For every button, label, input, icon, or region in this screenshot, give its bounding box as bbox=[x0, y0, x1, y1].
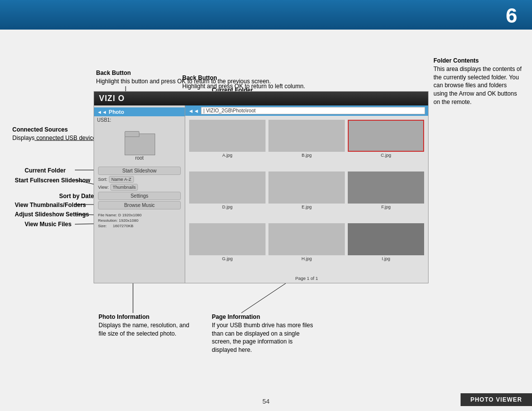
view-music-annotation: View Music Files bbox=[25, 220, 71, 229]
thumb-img-d bbox=[189, 171, 266, 204]
sort-label: Sort: bbox=[98, 177, 107, 182]
thumb-img-b bbox=[268, 120, 345, 152]
start-slideshow-btn[interactable]: Start Slideshow bbox=[98, 167, 181, 175]
svg-line-11 bbox=[241, 283, 286, 313]
folder-contents-title: Folder Contents bbox=[433, 57, 479, 64]
file-resolution: Resolution: 1920x1080 bbox=[98, 218, 138, 223]
thumb-item-e: E.jpg bbox=[268, 171, 345, 220]
top-bar: 6 bbox=[0, 0, 532, 30]
thumb-item-a: A.jpg bbox=[189, 120, 266, 169]
back-btn-right-title: Back Button bbox=[182, 74, 217, 81]
settings-btn[interactable]: Settings bbox=[98, 192, 181, 200]
view-value[interactable]: Thumbnails bbox=[110, 184, 138, 191]
back-btn-left-title: Back Button bbox=[96, 69, 131, 76]
thumb-item-b: B.jpg bbox=[268, 120, 345, 169]
file-size-value: 1607270KB bbox=[113, 224, 133, 228]
adjust-slideshow-title: Adjust Slideshow Settings bbox=[15, 211, 89, 218]
thumb-img-a bbox=[189, 120, 266, 152]
browse-music-btn[interactable]: Browse Music bbox=[98, 201, 181, 209]
thumb-label-g: G.jpg bbox=[222, 256, 233, 261]
thumb-img-c bbox=[348, 120, 424, 152]
folder-path: | VIZIO_2GB\Photo\root bbox=[201, 107, 425, 114]
adjust-slideshow-annotation: Adjust Slideshow Settings bbox=[15, 210, 89, 219]
thumb-label-i: I.jpg bbox=[382, 256, 390, 261]
folder-contents-annotation: Folder Contents This area displays the c… bbox=[433, 57, 522, 106]
thumb-label-h: H.jpg bbox=[301, 256, 312, 261]
thumb-img-i bbox=[348, 223, 424, 255]
thumb-label-d: D.jpg bbox=[222, 205, 233, 209]
left-panel: ◄◄ Photo USB1: root Start Slideshow Sort… bbox=[94, 105, 185, 283]
thumb-item-g: G.jpg bbox=[189, 223, 266, 272]
thumb-label-a: A.jpg bbox=[222, 153, 233, 158]
thumb-item-c: C.jpg bbox=[348, 120, 424, 169]
thumb-label-e: E.jpg bbox=[301, 205, 312, 209]
view-music-title: View Music Files bbox=[25, 221, 71, 228]
thumb-img-f bbox=[348, 171, 424, 204]
right-back-arrow-icon: ◄◄ bbox=[188, 108, 199, 114]
left-panel-header: ◄◄ Photo bbox=[94, 107, 185, 116]
thumb-item-d: D.jpg bbox=[189, 171, 266, 220]
right-panel-header: ◄◄ | VIZIO_2GB\Photo\root bbox=[185, 105, 428, 116]
file-name: File Name: D 1920x1080 bbox=[98, 213, 142, 217]
file-size-label: Size: bbox=[98, 224, 107, 228]
photo-info-annotation: Photo Information Displays the name, res… bbox=[99, 313, 190, 338]
thumb-img-e bbox=[268, 171, 345, 204]
file-info: File Name: D 1920x1080 Resolution: 1920x… bbox=[94, 210, 185, 231]
left-panel-title: Photo bbox=[109, 109, 124, 115]
view-label: View: bbox=[98, 185, 109, 190]
page-info-annotation: Page Information If your USB thumb drive… bbox=[212, 313, 315, 354]
page-info-text: Page 1 of 1 bbox=[185, 276, 428, 283]
back-arrow-icon: ◄◄ bbox=[97, 109, 107, 115]
page-number-bottom: 54 bbox=[263, 398, 269, 405]
thumb-label-c: C.jpg bbox=[381, 153, 391, 158]
current-folder-left-annotation: Current Folder bbox=[25, 167, 66, 175]
start-fullscreen-title: Start Fullscreen Slideshow bbox=[15, 177, 90, 184]
thumb-item-i: I.jpg bbox=[348, 223, 424, 272]
connected-sources-title: Connected Sources bbox=[12, 126, 68, 133]
photo-viewer-label: PHOTO VIEWER bbox=[461, 393, 532, 406]
thumb-label-b: B.jpg bbox=[301, 153, 312, 158]
thumb-img-h bbox=[268, 223, 345, 255]
folder-label: root bbox=[135, 155, 143, 161]
thumb-img-g bbox=[189, 223, 266, 255]
usb-label: USB1: bbox=[94, 116, 185, 124]
page-info-title: Page Information bbox=[212, 313, 260, 320]
view-thumbnails-title: View Thumbnails/Folders bbox=[15, 202, 86, 208]
sort-row: Sort: Name A-Z bbox=[98, 176, 181, 183]
view-thumbnails-annotation: View Thumbnails/Folders bbox=[15, 201, 86, 209]
mockup-titlebar: VIZI O bbox=[94, 92, 428, 105]
connected-sources-annotation: Connected Sources Displays connected USB… bbox=[12, 126, 100, 142]
start-fullscreen-annotation: Start Fullscreen Slideshow bbox=[15, 176, 90, 185]
thumb-item-h: H.jpg bbox=[268, 223, 345, 272]
thumb-item-f: F.jpg bbox=[348, 171, 424, 220]
page-info-desc: If your USB thumb drive has more files t… bbox=[212, 322, 313, 353]
folder-item: root bbox=[98, 126, 181, 165]
right-panel: ◄◄ | VIZIO_2GB\Photo\root A.jpg B.jpg C.… bbox=[185, 105, 428, 283]
mockup-title: VIZI O bbox=[99, 94, 125, 103]
folder-contents-desc: This area displays the contents of the c… bbox=[433, 66, 522, 105]
thumb-label-f: F.jpg bbox=[381, 205, 391, 209]
photo-info-desc: Displays the name, resolution, and file … bbox=[99, 322, 189, 337]
photo-info-title: Photo Information bbox=[99, 313, 149, 320]
ui-mockup: VIZI O ◄◄ Photo USB1: root Start Slidesh… bbox=[94, 91, 429, 283]
connected-sources-desc: Displays connected USB devices. bbox=[12, 135, 100, 141]
thumbnails-grid: A.jpg B.jpg C.jpg D.jpg E.jpg bbox=[185, 116, 428, 276]
sort-value[interactable]: Name A-Z bbox=[109, 176, 134, 183]
current-folder-left-title: Current Folder bbox=[25, 167, 66, 174]
mockup-body: ◄◄ Photo USB1: root Start Slideshow Sort… bbox=[94, 105, 428, 283]
view-row: View: Thumbnails bbox=[98, 184, 181, 191]
page-number: 6 bbox=[506, 4, 517, 28]
folder-icon bbox=[125, 130, 154, 154]
